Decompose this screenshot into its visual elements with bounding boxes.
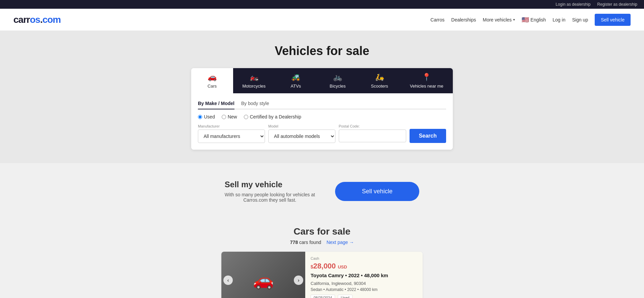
car-price: $28,000 USD <box>311 262 417 270</box>
condition-tag: Used <box>338 295 353 298</box>
nav-more-vehicles[interactable]: More vehicles ▾ <box>483 17 515 22</box>
cars-section-title: Cars for sale <box>293 226 351 237</box>
nav-carros[interactable]: Carros <box>430 17 444 22</box>
car-image-1: 🚗 ‹ › 📷 7 <box>221 252 305 298</box>
car-icon: 🚗 <box>208 73 217 82</box>
login-as-dealership-link[interactable]: Login as dealership <box>556 2 591 7</box>
results-bar: 778 cars found Next page → <box>290 240 354 245</box>
manufacturer-field: Manufacturer All manufacturers <box>198 124 265 143</box>
atv-icon: 🚜 <box>291 73 300 82</box>
next-page-link[interactable]: Next page → <box>326 240 354 245</box>
date-tag: 08/25/2024 <box>311 295 335 298</box>
chevron-left-icon: ‹ <box>227 278 229 283</box>
logo[interactable]: carros.com <box>13 14 61 25</box>
chevron-down-icon: ▾ <box>513 18 515 21</box>
search-button[interactable]: Search <box>410 129 446 143</box>
tab-motorcycles[interactable]: 🏍️ Motorcycles <box>233 68 275 93</box>
postal-input[interactable] <box>339 130 406 142</box>
top-bar: Login as dealership Register as dealersh… <box>0 0 644 9</box>
motorcycle-icon: 🏍️ <box>250 73 259 82</box>
postal-field: Postal Code: <box>339 124 406 143</box>
currency-symbol: $ <box>311 264 313 269</box>
main-nav: Carros Dealerships More vehicles ▾ 🇺🇸 En… <box>430 14 631 26</box>
manufacturer-select[interactable]: All manufacturers <box>198 130 265 143</box>
search-tabs: By Make / Model By body style <box>198 99 446 109</box>
model-label: Model <box>268 124 335 128</box>
tab-cars[interactable]: 🚗 Cars <box>191 68 233 93</box>
results-count: 778 cars found <box>290 240 321 245</box>
manufacturer-label: Manufacturer <box>198 124 265 128</box>
condition-new-label[interactable]: New <box>222 114 237 119</box>
bicycle-icon: 🚲 <box>333 73 342 82</box>
scooter-icon: 🛵 <box>375 73 384 82</box>
search-form: By Make / Model By body style Used New C… <box>191 93 453 150</box>
tab-atvs[interactable]: 🚜 ATVs <box>275 68 317 93</box>
car-type-label: Cash <box>311 256 417 260</box>
language-selector[interactable]: 🇺🇸 English <box>522 16 546 23</box>
car-title: Toyota Camry • 2022 • 48,000 km <box>311 272 417 278</box>
tab-by-make-model[interactable]: By Make / Model <box>198 99 234 109</box>
condition-certified-radio[interactable] <box>244 115 248 119</box>
car-listings: 🚗 ‹ › 📷 7 Cash $28,000 USD Toyota Cam <box>221 252 423 298</box>
header-sell-vehicle-button[interactable]: Sell vehicle <box>595 14 631 26</box>
postal-label: Postal Code: <box>339 124 406 128</box>
vehicle-tabs-container: 🚗 Cars 🏍️ Motorcycles 🚜 ATVs 🚲 Bicycles … <box>191 68 453 150</box>
image-next-button[interactable]: › <box>294 276 303 285</box>
tab-scooters[interactable]: 🛵 Scooters <box>359 68 400 93</box>
sell-text: Sell my vehicle With so many people look… <box>225 180 315 203</box>
condition-certified-label[interactable]: Certified by a Dealership <box>244 114 301 119</box>
model-select[interactable]: All automobile models <box>268 130 335 143</box>
sell-vehicle-button[interactable]: Sell vehicle <box>335 182 419 201</box>
car-specs: Sedan • Automatic • 2022 • 48000 km <box>311 287 417 292</box>
header: carros.com Carros Dealerships More vehic… <box>0 9 644 31</box>
sell-description: With so many people looking for vehicles… <box>225 192 315 203</box>
car-tags: 08/25/2024 Used <box>311 295 417 298</box>
location-icon: 📍 <box>422 73 431 82</box>
tab-by-body-style[interactable]: By body style <box>241 99 269 109</box>
condition-used-label[interactable]: Used <box>198 114 215 119</box>
car-location: California, Inglewood, 90304 <box>311 281 417 286</box>
condition-used-radio[interactable] <box>198 115 202 119</box>
condition-new-radio[interactable] <box>222 115 226 119</box>
sell-vehicle-section: Sell my vehicle With so many people look… <box>0 163 644 219</box>
hero-section: Vehicles for sale 🚗 Cars 🏍️ Motorcycles … <box>0 31 644 163</box>
chevron-right-icon: › <box>298 278 300 283</box>
tab-bicycles[interactable]: 🚲 Bicycles <box>317 68 359 93</box>
page-title: Vehicles for sale <box>275 44 369 58</box>
table-row: 🚗 ‹ › 📷 7 Cash $28,000 USD Toyota Cam <box>221 252 423 298</box>
search-inputs-row: Manufacturer All manufacturers Model All… <box>198 124 446 143</box>
tab-vehicles-near-me[interactable]: 📍 Vehicles near me <box>400 68 453 93</box>
car-details-1: Cash $28,000 USD Toyota Camry • 2022 • 4… <box>305 252 423 298</box>
condition-radio-group: Used New Certified by a Dealership <box>198 114 446 119</box>
nav-dealerships[interactable]: Dealerships <box>451 17 476 22</box>
sell-title: Sell my vehicle <box>225 180 315 189</box>
model-field: Model All automobile models <box>268 124 335 143</box>
register-as-dealership-link[interactable]: Register as dealership <box>597 2 637 7</box>
signup-link[interactable]: Sign up <box>572 17 588 22</box>
image-prev-button[interactable]: ‹ <box>223 276 233 285</box>
flag-icon: 🇺🇸 <box>522 16 529 23</box>
cars-for-sale-section: Cars for sale 778 cars found Next page →… <box>0 219 644 298</box>
sell-inner: Sell my vehicle With so many people look… <box>225 180 419 203</box>
login-link[interactable]: Log in <box>553 17 566 22</box>
vehicle-tabs: 🚗 Cars 🏍️ Motorcycles 🚜 ATVs 🚲 Bicycles … <box>191 68 453 93</box>
